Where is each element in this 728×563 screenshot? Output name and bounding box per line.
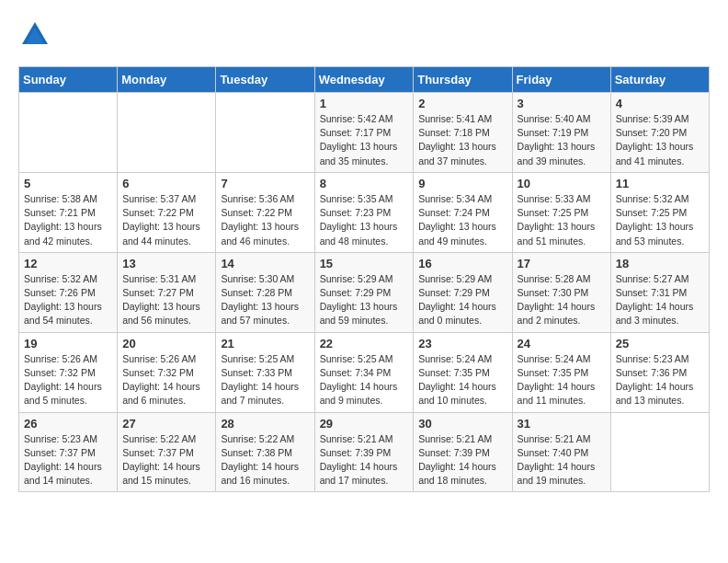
day-info: Sunrise: 5:23 AM Sunset: 7:37 PM Dayligh… [24, 432, 112, 488]
day-info: Sunrise: 5:34 AM Sunset: 7:24 PM Dayligh… [418, 192, 506, 248]
day-number: 11 [616, 177, 704, 190]
calendar-cell: 27Sunrise: 5:22 AM Sunset: 7:37 PM Dayli… [118, 412, 216, 492]
calendar-cell: 10Sunrise: 5:33 AM Sunset: 7:25 PM Dayli… [512, 172, 610, 252]
day-header-thursday: Thursday [414, 67, 512, 93]
day-info: Sunrise: 5:35 AM Sunset: 7:23 PM Dayligh… [320, 192, 409, 248]
day-info: Sunrise: 5:25 AM Sunset: 7:33 PM Dayligh… [221, 352, 309, 408]
day-info: Sunrise: 5:25 AM Sunset: 7:34 PM Dayligh… [320, 352, 409, 408]
week-row-3: 12Sunrise: 5:32 AM Sunset: 7:26 PM Dayli… [19, 252, 710, 332]
day-header-saturday: Saturday [610, 67, 709, 93]
day-number: 14 [221, 257, 309, 270]
day-info: Sunrise: 5:33 AM Sunset: 7:25 PM Dayligh… [518, 192, 606, 248]
calendar-cell: 15Sunrise: 5:29 AM Sunset: 7:29 PM Dayli… [314, 252, 414, 332]
calendar-table: SundayMondayTuesdayWednesdayThursdayFrid… [18, 66, 710, 492]
calendar-cell: 23Sunrise: 5:24 AM Sunset: 7:35 PM Dayli… [414, 332, 512, 412]
day-info: Sunrise: 5:26 AM Sunset: 7:32 PM Dayligh… [122, 352, 210, 408]
day-number: 10 [518, 177, 606, 190]
day-number: 21 [221, 337, 309, 350]
day-number: 9 [418, 177, 506, 190]
day-number: 13 [122, 257, 210, 270]
day-number: 28 [221, 417, 309, 431]
day-info: Sunrise: 5:31 AM Sunset: 7:27 PM Dayligh… [122, 272, 210, 328]
calendar-cell: 11Sunrise: 5:32 AM Sunset: 7:25 PM Dayli… [610, 172, 709, 252]
calendar-cell: 24Sunrise: 5:24 AM Sunset: 7:35 PM Dayli… [512, 332, 610, 412]
day-info: Sunrise: 5:39 AM Sunset: 7:20 PM Dayligh… [616, 112, 704, 168]
calendar-cell: 25Sunrise: 5:23 AM Sunset: 7:36 PM Dayli… [610, 332, 709, 412]
calendar-cell: 19Sunrise: 5:26 AM Sunset: 7:32 PM Dayli… [19, 332, 118, 412]
logo [18, 18, 57, 52]
day-info: Sunrise: 5:29 AM Sunset: 7:29 PM Dayligh… [418, 272, 506, 328]
calendar-cell: 26Sunrise: 5:23 AM Sunset: 7:37 PM Dayli… [19, 412, 118, 492]
day-number: 20 [122, 337, 210, 350]
week-row-5: 26Sunrise: 5:23 AM Sunset: 7:37 PM Dayli… [19, 412, 710, 492]
day-number: 2 [418, 97, 506, 110]
calendar-cell: 6Sunrise: 5:37 AM Sunset: 7:22 PM Daylig… [118, 172, 216, 252]
day-number: 25 [616, 337, 704, 350]
day-info: Sunrise: 5:27 AM Sunset: 7:31 PM Dayligh… [616, 272, 704, 328]
calendar-cell: 4Sunrise: 5:39 AM Sunset: 7:20 PM Daylig… [610, 93, 709, 173]
day-number: 12 [24, 257, 112, 270]
week-row-2: 5Sunrise: 5:38 AM Sunset: 7:21 PM Daylig… [19, 172, 710, 252]
day-info: Sunrise: 5:38 AM Sunset: 7:21 PM Dayligh… [24, 192, 112, 248]
calendar-cell: 5Sunrise: 5:38 AM Sunset: 7:21 PM Daylig… [19, 172, 118, 252]
day-number: 19 [24, 337, 112, 350]
day-info: Sunrise: 5:22 AM Sunset: 7:38 PM Dayligh… [221, 432, 309, 488]
day-info: Sunrise: 5:22 AM Sunset: 7:37 PM Dayligh… [122, 432, 210, 488]
day-info: Sunrise: 5:23 AM Sunset: 7:36 PM Dayligh… [616, 352, 704, 408]
day-number: 4 [616, 97, 704, 110]
day-number: 17 [518, 257, 606, 270]
calendar-cell: 14Sunrise: 5:30 AM Sunset: 7:28 PM Dayli… [216, 252, 314, 332]
day-number: 3 [518, 97, 606, 110]
day-info: Sunrise: 5:32 AM Sunset: 7:25 PM Dayligh… [616, 192, 704, 248]
calendar-cell: 20Sunrise: 5:26 AM Sunset: 7:32 PM Dayli… [118, 332, 216, 412]
calendar-cell: 22Sunrise: 5:25 AM Sunset: 7:34 PM Dayli… [314, 332, 414, 412]
calendar-cell: 29Sunrise: 5:21 AM Sunset: 7:39 PM Dayli… [314, 412, 414, 492]
day-number: 31 [518, 417, 606, 431]
day-header-wednesday: Wednesday [314, 67, 414, 93]
calendar-cell: 9Sunrise: 5:34 AM Sunset: 7:24 PM Daylig… [414, 172, 512, 252]
day-info: Sunrise: 5:36 AM Sunset: 7:22 PM Dayligh… [221, 192, 309, 248]
day-number: 23 [418, 337, 506, 350]
calendar-cell: 2Sunrise: 5:41 AM Sunset: 7:18 PM Daylig… [414, 93, 512, 173]
calendar-cell: 1Sunrise: 5:42 AM Sunset: 7:17 PM Daylig… [314, 93, 414, 173]
calendar-cell: 12Sunrise: 5:32 AM Sunset: 7:26 PM Dayli… [19, 252, 118, 332]
day-number: 15 [320, 257, 409, 270]
calendar-cell [118, 93, 216, 173]
day-info: Sunrise: 5:37 AM Sunset: 7:22 PM Dayligh… [122, 192, 210, 248]
day-number: 29 [320, 417, 409, 431]
calendar-cell [610, 412, 709, 492]
day-number: 1 [320, 97, 409, 110]
calendar-cell: 31Sunrise: 5:21 AM Sunset: 7:40 PM Dayli… [512, 412, 610, 492]
day-number: 26 [24, 417, 112, 431]
day-info: Sunrise: 5:41 AM Sunset: 7:18 PM Dayligh… [418, 112, 506, 168]
day-number: 8 [320, 177, 409, 190]
calendar-cell: 28Sunrise: 5:22 AM Sunset: 7:38 PM Dayli… [216, 412, 314, 492]
day-number: 24 [518, 337, 606, 350]
day-header-monday: Monday [118, 67, 216, 93]
calendar-cell: 21Sunrise: 5:25 AM Sunset: 7:33 PM Dayli… [216, 332, 314, 412]
day-number: 16 [418, 257, 506, 270]
day-info: Sunrise: 5:40 AM Sunset: 7:19 PM Dayligh… [518, 112, 606, 168]
calendar-cell: 8Sunrise: 5:35 AM Sunset: 7:23 PM Daylig… [314, 172, 414, 252]
day-info: Sunrise: 5:26 AM Sunset: 7:32 PM Dayligh… [24, 352, 112, 408]
calendar-cell: 18Sunrise: 5:27 AM Sunset: 7:31 PM Dayli… [610, 252, 709, 332]
days-header-row: SundayMondayTuesdayWednesdayThursdayFrid… [19, 67, 710, 93]
week-row-4: 19Sunrise: 5:26 AM Sunset: 7:32 PM Dayli… [19, 332, 710, 412]
day-info: Sunrise: 5:32 AM Sunset: 7:26 PM Dayligh… [24, 272, 112, 328]
calendar-cell: 17Sunrise: 5:28 AM Sunset: 7:30 PM Dayli… [512, 252, 610, 332]
day-header-sunday: Sunday [19, 67, 118, 93]
day-info: Sunrise: 5:21 AM Sunset: 7:40 PM Dayligh… [518, 432, 606, 488]
calendar-cell: 30Sunrise: 5:21 AM Sunset: 7:39 PM Dayli… [414, 412, 512, 492]
calendar-cell [216, 93, 314, 173]
day-number: 5 [24, 177, 112, 190]
day-number: 30 [418, 417, 506, 431]
day-number: 18 [616, 257, 704, 270]
day-info: Sunrise: 5:28 AM Sunset: 7:30 PM Dayligh… [518, 272, 606, 328]
day-number: 27 [122, 417, 210, 431]
day-info: Sunrise: 5:29 AM Sunset: 7:29 PM Dayligh… [320, 272, 409, 328]
calendar-cell: 13Sunrise: 5:31 AM Sunset: 7:27 PM Dayli… [118, 252, 216, 332]
day-header-tuesday: Tuesday [216, 67, 314, 93]
day-info: Sunrise: 5:30 AM Sunset: 7:28 PM Dayligh… [221, 272, 309, 328]
week-row-1: 1Sunrise: 5:42 AM Sunset: 7:17 PM Daylig… [19, 93, 710, 173]
day-info: Sunrise: 5:42 AM Sunset: 7:17 PM Dayligh… [320, 112, 409, 168]
